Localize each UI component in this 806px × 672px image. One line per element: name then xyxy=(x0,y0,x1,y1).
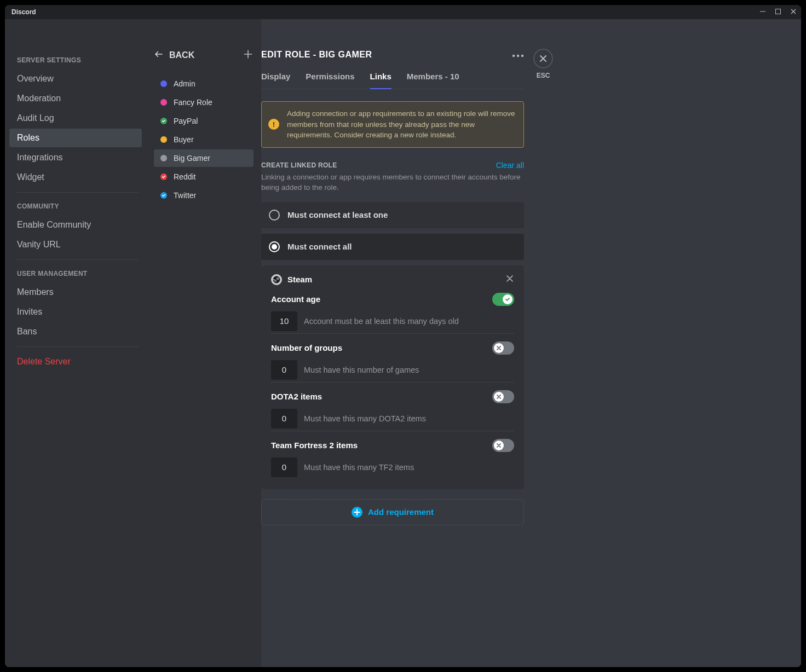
requirement-toggle[interactable] xyxy=(492,390,514,403)
svg-rect-0 xyxy=(760,11,765,12)
tab-members[interactable]: Members - 10 xyxy=(407,72,459,89)
requirement-row: Account ageAccount must be at least this… xyxy=(271,293,514,333)
role-item-buyer[interactable]: Buyer xyxy=(154,131,254,148)
role-name-label: Fancy Role xyxy=(174,98,212,107)
role-color-dot xyxy=(160,99,167,106)
nav-item-enable-community[interactable]: Enable Community xyxy=(9,216,142,234)
nav-item-vanity-url[interactable]: Vanity URL xyxy=(9,235,142,254)
more-options-button[interactable] xyxy=(512,50,524,60)
minimize-icon[interactable] xyxy=(759,7,766,17)
nav-item-invites[interactable]: Invites xyxy=(9,303,142,321)
warning-text: Adding connection or app requirements to… xyxy=(287,109,515,139)
role-item-twitter[interactable]: Twitter xyxy=(154,187,254,204)
requirement-description: Must have this number of games xyxy=(304,366,419,374)
section-heading-community: COMMUNITY xyxy=(9,198,146,215)
steam-icon xyxy=(271,274,282,285)
nav-item-members[interactable]: Members xyxy=(9,283,142,302)
tab-permissions[interactable]: Permissions xyxy=(306,72,354,89)
nav-item-overview[interactable]: Overview xyxy=(9,69,142,88)
role-item-fancy-role[interactable]: Fancy Role xyxy=(154,94,254,111)
nav-item-bans[interactable]: Bans xyxy=(9,322,142,341)
separator xyxy=(17,259,139,260)
add-role-button[interactable] xyxy=(243,49,254,62)
role-color-dot xyxy=(160,192,167,199)
role-color-dot xyxy=(160,80,167,87)
role-name-label: Reddit xyxy=(174,172,195,181)
requirement-description: Must have this many TF2 items xyxy=(304,463,414,472)
add-requirement-label: Add requirement xyxy=(368,507,434,517)
linked-role-description: Linking a connection or app requires mem… xyxy=(261,172,524,193)
requirement-value-input[interactable] xyxy=(271,457,297,477)
svg-point-2 xyxy=(513,55,515,57)
back-button[interactable]: BACK xyxy=(154,49,194,61)
requirement-title: Team Fortress 2 items xyxy=(271,441,358,450)
nav-item-integrations[interactable]: Integrations xyxy=(9,148,142,167)
radio-icon xyxy=(269,241,280,252)
app-title: Discord xyxy=(11,8,36,16)
edit-role-content: EDIT ROLE - BIG GAMER DisplayPermissions… xyxy=(261,19,524,667)
requirement-title: Account age xyxy=(271,294,320,304)
page-title: EDIT ROLE - BIG GAMER xyxy=(261,50,372,60)
tab-display[interactable]: Display xyxy=(261,72,290,89)
clear-all-button[interactable]: Clear all xyxy=(496,161,524,170)
role-color-dot xyxy=(160,118,167,124)
tabs: DisplayPermissionsLinksMembers - 10 xyxy=(261,72,524,89)
radio-connect-one[interactable]: Must connect at least one xyxy=(261,202,524,228)
requirement-toggle[interactable] xyxy=(492,341,514,355)
role-item-reddit[interactable]: Reddit xyxy=(154,168,254,186)
add-requirement-button[interactable]: Add requirement xyxy=(261,499,524,525)
role-name-label: Twitter xyxy=(174,191,196,200)
role-name-label: Buyer xyxy=(174,135,194,144)
radio-connect-all[interactable]: Must connect all xyxy=(261,234,524,260)
requirement-value-input[interactable] xyxy=(271,311,297,331)
tab-links[interactable]: Links xyxy=(370,72,392,89)
role-item-paypal[interactable]: PayPal xyxy=(154,112,254,130)
delete-server-button[interactable]: Delete Server xyxy=(9,352,142,371)
requirement-row: Team Fortress 2 itemsMust have this many… xyxy=(271,431,514,479)
section-heading-user-management: USER MANAGEMENT xyxy=(9,265,146,282)
radio-label: Must connect all xyxy=(287,242,352,251)
connection-card-steam: Steam Account ageAccount must be at leas… xyxy=(261,265,524,489)
requirement-description: Account must be at least this many days … xyxy=(304,317,459,326)
role-color-dot xyxy=(160,155,167,161)
requirement-row: Number of groupsMust have this number of… xyxy=(271,333,514,382)
connection-name: Steam xyxy=(287,275,312,284)
section-heading-server-settings: SERVER SETTINGS xyxy=(9,52,146,68)
role-item-big-gamer[interactable]: Big Gamer xyxy=(154,149,254,167)
role-item-admin[interactable]: Admin xyxy=(154,75,254,92)
arrow-left-icon xyxy=(154,49,164,61)
nav-item-roles[interactable]: Roles xyxy=(9,129,142,147)
requirement-description: Must have this many DOTA2 items xyxy=(304,414,426,423)
maximize-icon[interactable] xyxy=(775,7,781,17)
close-settings-button[interactable] xyxy=(533,49,553,68)
titlebar: Discord xyxy=(5,5,801,19)
warning-icon: ! xyxy=(268,119,279,130)
nav-item-moderation[interactable]: Moderation xyxy=(9,89,142,108)
role-name-label: Big Gamer xyxy=(174,154,210,163)
roles-list-panel: BACK AdminFancy RolePayPalBuyerBig Gamer… xyxy=(146,19,261,667)
role-name-label: PayPal xyxy=(174,117,198,125)
radio-label: Must connect at least one xyxy=(287,210,388,219)
svg-point-4 xyxy=(521,55,523,57)
requirement-row: DOTA2 itemsMust have this many DOTA2 ite… xyxy=(271,382,514,431)
separator xyxy=(17,346,139,347)
requirement-title: DOTA2 items xyxy=(271,392,322,401)
esc-label: ESC xyxy=(537,72,550,79)
separator xyxy=(17,192,139,193)
svg-point-7 xyxy=(278,278,279,279)
requirement-toggle[interactable] xyxy=(492,439,514,452)
role-color-dot xyxy=(160,173,167,180)
svg-rect-1 xyxy=(776,9,781,14)
linked-role-heading: CREATE LINKED ROLE xyxy=(261,161,337,169)
back-label: BACK xyxy=(169,50,194,60)
close-icon[interactable] xyxy=(790,7,797,17)
requirement-value-input[interactable] xyxy=(271,409,297,428)
nav-item-audit-log[interactable]: Audit Log xyxy=(9,109,142,128)
role-name-label: Admin xyxy=(174,79,195,88)
remove-connection-button[interactable] xyxy=(505,274,514,285)
requirement-value-input[interactable] xyxy=(271,360,297,380)
role-color-dot xyxy=(160,136,167,143)
plus-circle-icon xyxy=(352,507,362,518)
nav-item-widget[interactable]: Widget xyxy=(9,168,142,187)
requirement-toggle[interactable] xyxy=(492,293,514,306)
